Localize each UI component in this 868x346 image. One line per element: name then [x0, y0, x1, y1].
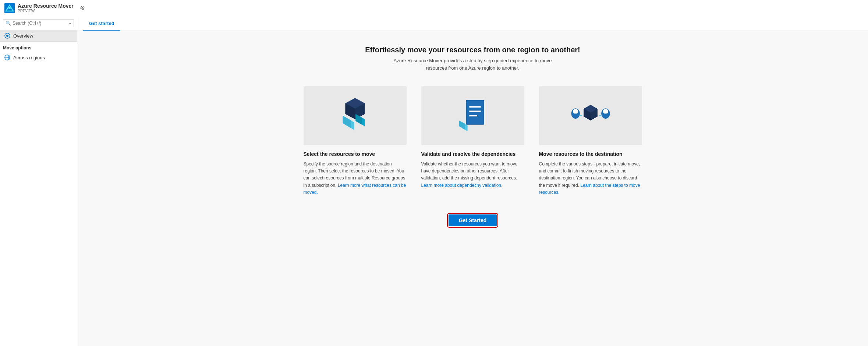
- overview-label: Overview: [13, 33, 33, 39]
- sidebar-item-across-regions[interactable]: Across regions: [0, 52, 77, 63]
- card-move: Move resources to the destination Comple…: [539, 86, 642, 196]
- move-options-label: Move options: [0, 41, 77, 52]
- tab-get-started[interactable]: Get started: [83, 16, 120, 31]
- top-bar: Azure Resource Mover PREVIEW 🖨: [0, 0, 868, 16]
- get-started-area: Get Started: [449, 214, 497, 226]
- tab-bar: Get started: [77, 16, 868, 31]
- main-content: Get started Effortlessly move your resou…: [77, 16, 868, 346]
- card-move-title: Move resources to the destination: [539, 151, 642, 157]
- across-regions-icon: [4, 55, 10, 60]
- card-select-desc: Specify the source region and the destin…: [304, 161, 407, 196]
- card-select-image: [304, 86, 407, 145]
- search-icon: 🔍: [6, 21, 11, 26]
- app-title-group: Azure Resource Mover PREVIEW: [18, 3, 74, 13]
- cards-row: Select the resources to move Specify the…: [252, 86, 694, 196]
- overview-icon: [4, 33, 10, 39]
- card-select: Select the resources to move Specify the…: [304, 86, 407, 196]
- app-subtitle: PREVIEW: [18, 9, 74, 13]
- card-validate-image: [421, 86, 524, 145]
- search-input[interactable]: [13, 21, 69, 26]
- layout: 🔍 « Overview Move options Ac: [0, 16, 868, 346]
- svg-point-4: [6, 35, 8, 37]
- card-validate: Validate and resolve the dependencies Va…: [421, 86, 524, 196]
- hero-title: Effortlessly move your resources from on…: [365, 46, 580, 54]
- card-validate-title: Validate and resolve the dependencies: [421, 151, 524, 157]
- svg-point-2: [8, 7, 11, 9]
- get-started-button[interactable]: Get Started: [449, 214, 497, 226]
- svg-point-26: [573, 109, 578, 114]
- print-icon[interactable]: 🖨: [79, 5, 85, 11]
- card-validate-link[interactable]: Learn more about dependecny validation.: [421, 183, 503, 188]
- search-bar[interactable]: 🔍 «: [3, 19, 74, 27]
- sidebar-item-overview[interactable]: Overview: [0, 30, 77, 41]
- svg-rect-17: [466, 100, 484, 125]
- across-regions-label: Across regions: [13, 55, 45, 60]
- card-validate-desc: Validate whether the resources you want …: [421, 161, 524, 189]
- content-area: Effortlessly move your resources from on…: [77, 31, 868, 241]
- collapse-button[interactable]: «: [69, 21, 71, 25]
- app-icon: [4, 3, 15, 13]
- sidebar: 🔍 « Overview Move options Ac: [0, 16, 77, 346]
- svg-point-29: [603, 109, 608, 114]
- app-title: Azure Resource Mover: [18, 3, 74, 9]
- hero-subtitle: Azure Resource Mover provides a step by …: [385, 57, 561, 71]
- svg-marker-13: [343, 116, 351, 127]
- card-move-image: [539, 86, 642, 145]
- card-select-title: Select the resources to move: [304, 151, 407, 157]
- card-move-desc: Complete the various steps - prepare, in…: [539, 161, 642, 196]
